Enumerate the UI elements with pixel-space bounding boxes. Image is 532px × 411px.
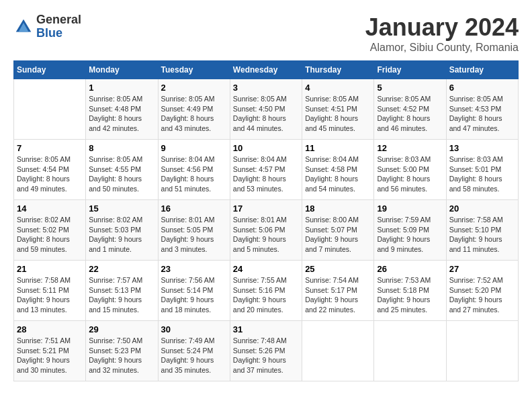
logo-icon <box>13 17 34 37</box>
calendar-cell: 19Sunrise: 7:59 AMSunset: 5:09 PMDayligh… <box>374 200 446 261</box>
day-info: Sunrise: 8:05 AMSunset: 4:53 PMDaylight:… <box>449 94 515 134</box>
calendar-cell: 24Sunrise: 7:55 AMSunset: 5:16 PMDayligh… <box>230 261 302 321</box>
calendar-cell: 14Sunrise: 8:02 AMSunset: 5:02 PMDayligh… <box>14 200 86 261</box>
calendar-cell: 6Sunrise: 8:05 AMSunset: 4:53 PMDaylight… <box>446 79 518 140</box>
calendar-cell <box>14 79 86 140</box>
day-number: 5 <box>377 83 443 93</box>
day-number: 24 <box>233 264 299 274</box>
day-info: Sunrise: 7:55 AMSunset: 5:16 PMDaylight:… <box>233 275 299 315</box>
title-block: January 2024 Alamor, Sibiu County, Roman… <box>365 13 519 54</box>
day-info: Sunrise: 8:01 AMSunset: 5:06 PMDaylight:… <box>233 215 299 255</box>
calendar-cell: 8Sunrise: 8:05 AMSunset: 4:55 PMDaylight… <box>86 140 158 200</box>
header-day: Sunday <box>14 61 86 79</box>
day-info: Sunrise: 8:01 AMSunset: 5:05 PMDaylight:… <box>161 215 227 255</box>
day-info: Sunrise: 8:00 AMSunset: 5:07 PMDaylight:… <box>305 215 371 255</box>
calendar-week-row: 7Sunrise: 8:05 AMSunset: 4:54 PMDaylight… <box>14 140 519 200</box>
day-number: 4 <box>305 83 371 93</box>
day-number: 10 <box>233 143 299 153</box>
day-number: 14 <box>17 203 83 214</box>
main-title: January 2024 <box>365 13 519 42</box>
calendar-cell: 18Sunrise: 8:00 AMSunset: 5:07 PMDayligh… <box>302 200 374 261</box>
calendar-cell: 25Sunrise: 7:54 AMSunset: 5:17 PMDayligh… <box>302 261 374 321</box>
day-number: 2 <box>161 83 227 93</box>
calendar-cell: 27Sunrise: 7:52 AMSunset: 5:20 PMDayligh… <box>446 261 518 321</box>
calendar-cell: 9Sunrise: 8:04 AMSunset: 4:56 PMDaylight… <box>158 140 230 200</box>
day-number: 16 <box>161 203 227 214</box>
calendar-header: SundayMondayTuesdayWednesdayThursdayFrid… <box>14 61 519 79</box>
day-number: 28 <box>17 324 83 334</box>
calendar-cell: 15Sunrise: 8:02 AMSunset: 5:03 PMDayligh… <box>86 200 158 261</box>
day-number: 17 <box>233 203 299 214</box>
calendar-cell <box>374 321 446 381</box>
calendar-week-row: 1Sunrise: 8:05 AMSunset: 4:48 PMDaylight… <box>14 79 519 140</box>
header-day: Monday <box>86 61 158 79</box>
day-number: 26 <box>377 264 443 274</box>
calendar-cell: 23Sunrise: 7:56 AMSunset: 5:14 PMDayligh… <box>158 261 230 321</box>
header-day: Thursday <box>302 61 374 79</box>
day-info: Sunrise: 7:48 AMSunset: 5:26 PMDaylight:… <box>233 336 299 375</box>
day-info: Sunrise: 8:04 AMSunset: 4:57 PMDaylight:… <box>233 154 299 194</box>
calendar-cell: 2Sunrise: 8:05 AMSunset: 4:49 PMDaylight… <box>158 79 230 140</box>
day-number: 7 <box>17 143 83 153</box>
day-info: Sunrise: 7:50 AMSunset: 5:23 PMDaylight:… <box>89 336 154 375</box>
day-info: Sunrise: 8:05 AMSunset: 4:51 PMDaylight:… <box>305 94 371 134</box>
calendar-cell <box>446 321 518 381</box>
day-number: 6 <box>449 83 515 93</box>
calendar-cell <box>302 321 374 381</box>
header-day: Wednesday <box>230 61 302 79</box>
day-info: Sunrise: 8:03 AMSunset: 5:00 PMDaylight:… <box>377 154 443 194</box>
calendar-cell: 29Sunrise: 7:50 AMSunset: 5:23 PMDayligh… <box>86 321 158 381</box>
day-info: Sunrise: 8:02 AMSunset: 5:03 PMDaylight:… <box>89 215 154 255</box>
calendar-cell: 10Sunrise: 8:04 AMSunset: 4:57 PMDayligh… <box>230 140 302 200</box>
calendar-week-row: 28Sunrise: 7:51 AMSunset: 5:21 PMDayligh… <box>14 321 519 381</box>
calendar-week-row: 21Sunrise: 7:58 AMSunset: 5:11 PMDayligh… <box>14 261 519 321</box>
calendar-body: 1Sunrise: 8:05 AMSunset: 4:48 PMDaylight… <box>14 79 519 381</box>
calendar-cell: 4Sunrise: 8:05 AMSunset: 4:51 PMDaylight… <box>302 79 374 140</box>
day-info: Sunrise: 8:04 AMSunset: 4:56 PMDaylight:… <box>161 154 227 194</box>
day-info: Sunrise: 7:58 AMSunset: 5:10 PMDaylight:… <box>449 215 515 255</box>
calendar-cell: 1Sunrise: 8:05 AMSunset: 4:48 PMDaylight… <box>86 79 158 140</box>
day-number: 30 <box>161 324 227 334</box>
calendar-cell: 16Sunrise: 8:01 AMSunset: 5:05 PMDayligh… <box>158 200 230 261</box>
day-info: Sunrise: 7:53 AMSunset: 5:18 PMDaylight:… <box>377 275 443 315</box>
calendar-cell: 31Sunrise: 7:48 AMSunset: 5:26 PMDayligh… <box>230 321 302 381</box>
day-number: 8 <box>89 143 154 153</box>
day-info: Sunrise: 8:05 AMSunset: 4:54 PMDaylight:… <box>17 154 83 194</box>
calendar-cell: 17Sunrise: 8:01 AMSunset: 5:06 PMDayligh… <box>230 200 302 261</box>
day-number: 13 <box>449 143 515 153</box>
calendar-cell: 3Sunrise: 8:05 AMSunset: 4:50 PMDaylight… <box>230 79 302 140</box>
calendar-cell: 5Sunrise: 8:05 AMSunset: 4:52 PMDaylight… <box>374 79 446 140</box>
header-day: Tuesday <box>158 61 230 79</box>
day-number: 25 <box>305 264 371 274</box>
day-info: Sunrise: 7:58 AMSunset: 5:11 PMDaylight:… <box>17 275 83 315</box>
day-info: Sunrise: 7:59 AMSunset: 5:09 PMDaylight:… <box>377 215 443 255</box>
day-info: Sunrise: 7:49 AMSunset: 5:24 PMDaylight:… <box>161 336 227 375</box>
day-number: 29 <box>89 324 154 334</box>
subtitle: Alamor, Sibiu County, Romania <box>365 42 519 54</box>
day-number: 9 <box>161 143 227 153</box>
day-number: 31 <box>233 324 299 334</box>
header-day: Saturday <box>446 61 518 79</box>
header-row: SundayMondayTuesdayWednesdayThursdayFrid… <box>14 61 519 79</box>
calendar-week-row: 14Sunrise: 8:02 AMSunset: 5:02 PMDayligh… <box>14 200 519 261</box>
day-number: 19 <box>377 203 443 214</box>
day-number: 15 <box>89 203 154 214</box>
day-info: Sunrise: 8:05 AMSunset: 4:49 PMDaylight:… <box>161 94 227 134</box>
day-info: Sunrise: 7:52 AMSunset: 5:20 PMDaylight:… <box>449 275 515 315</box>
page-header: General Blue January 2024 Alamor, Sibiu … <box>13 13 519 54</box>
day-info: Sunrise: 7:57 AMSunset: 5:13 PMDaylight:… <box>89 275 154 315</box>
calendar-cell: 7Sunrise: 8:05 AMSunset: 4:54 PMDaylight… <box>14 140 86 200</box>
day-info: Sunrise: 7:51 AMSunset: 5:21 PMDaylight:… <box>17 336 83 375</box>
day-number: 1 <box>89 83 154 93</box>
day-number: 18 <box>305 203 371 214</box>
day-number: 21 <box>17 264 83 274</box>
calendar-cell: 26Sunrise: 7:53 AMSunset: 5:18 PMDayligh… <box>374 261 446 321</box>
day-info: Sunrise: 7:56 AMSunset: 5:14 PMDaylight:… <box>161 275 227 315</box>
logo: General Blue <box>13 13 81 40</box>
calendar-cell: 11Sunrise: 8:04 AMSunset: 4:58 PMDayligh… <box>302 140 374 200</box>
calendar-cell: 13Sunrise: 8:03 AMSunset: 5:01 PMDayligh… <box>446 140 518 200</box>
day-info: Sunrise: 8:05 AMSunset: 4:55 PMDaylight:… <box>89 154 154 194</box>
day-info: Sunrise: 7:54 AMSunset: 5:17 PMDaylight:… <box>305 275 371 315</box>
logo-text: General Blue <box>36 13 81 40</box>
header-day: Friday <box>374 61 446 79</box>
